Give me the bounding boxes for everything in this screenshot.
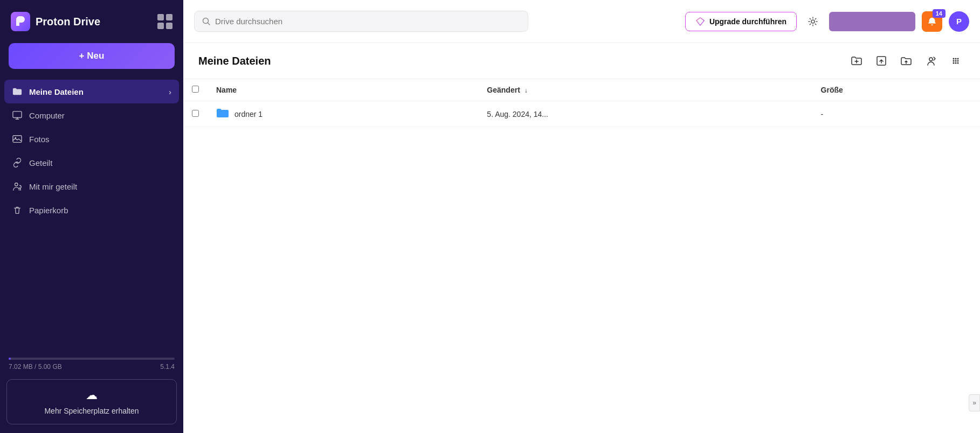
sidebar-item-trash[interactable]: Papierkorb: [4, 198, 179, 222]
select-all-checkbox[interactable]: [192, 86, 199, 93]
link-icon: [12, 157, 23, 168]
share-button[interactable]: [922, 52, 940, 70]
upload-file-icon: [875, 55, 887, 67]
table-row[interactable]: ordner 1 5. Aug. 2024, 14... -: [183, 101, 980, 127]
row-checkbox[interactable]: [192, 110, 199, 117]
svg-point-11: [955, 58, 957, 60]
svg-point-9: [929, 58, 933, 61]
svg-point-13: [953, 60, 955, 62]
svg-point-4: [15, 183, 18, 186]
svg-marker-6: [696, 17, 704, 25]
content-header: Meine Dateien: [183, 43, 980, 79]
svg-point-16: [953, 62, 955, 64]
upgrade-storage-label: Mehr Speicherplatz erhalten: [44, 407, 139, 415]
select-all-header[interactable]: [183, 79, 208, 101]
table-header-row: Name Geändert ↓ Größe: [183, 79, 980, 101]
new-folder-button[interactable]: [847, 52, 866, 70]
cloud-icon: ☁: [86, 388, 98, 402]
upload-folder-icon: [900, 55, 912, 67]
toolbar-actions: [847, 52, 965, 70]
trash-icon: [12, 205, 23, 215]
svg-point-12: [957, 58, 959, 60]
expand-panel-button[interactable]: »: [969, 394, 980, 411]
file-size-cell: -: [812, 101, 980, 127]
upload-folder-button[interactable]: [897, 52, 915, 70]
sidebar: Proton Drive + Neu Meine Dateien › C: [0, 0, 183, 433]
username-blurred: [829, 12, 915, 31]
storage-used-label: 7.02 MB / 5.00 GB: [9, 363, 62, 371]
chevron-right-double-icon: »: [972, 399, 976, 407]
gear-icon: [808, 16, 818, 27]
file-name-cell: ordner 1: [208, 101, 478, 127]
new-folder-icon: [851, 55, 862, 67]
svg-point-7: [811, 20, 815, 23]
search-input[interactable]: [215, 17, 520, 26]
sidebar-item-photos[interactable]: Fotos: [4, 127, 179, 151]
settings-button[interactable]: [803, 12, 823, 31]
page-title: Meine Dateien: [198, 55, 271, 67]
notification-area: 14: [922, 11, 942, 32]
sidebar-header: Proton Drive: [0, 0, 183, 43]
proton-logo-icon: [11, 12, 30, 31]
svg-point-18: [957, 62, 959, 64]
modified-column-header[interactable]: Geändert ↓: [478, 79, 812, 101]
more-options-button[interactable]: [947, 52, 965, 70]
dots-grid-icon: [950, 55, 962, 67]
file-modified-cell: 5. Aug. 2024, 14...: [478, 101, 812, 127]
notification-badge-count: 14: [933, 9, 946, 18]
sidebar-item-photos-label: Fotos: [29, 135, 50, 144]
storage-bar-fill: [9, 358, 11, 360]
image-icon: [12, 134, 23, 144]
search-icon: [202, 17, 211, 26]
upgrade-button-label: Upgrade durchführen: [709, 17, 786, 26]
users-icon: [12, 181, 23, 192]
storage-info: 7.02 MB / 5.00 GB 5.1.4: [9, 363, 175, 371]
content-area: Meine Dateien: [183, 43, 980, 433]
file-table: Name Geändert ↓ Größe: [183, 79, 980, 127]
apps-grid-icon[interactable]: [157, 14, 172, 29]
file-name: ordner 1: [234, 110, 263, 118]
logo-area: Proton Drive: [11, 12, 100, 31]
chevron-right-icon: ›: [169, 87, 171, 96]
upload-file-button[interactable]: [872, 52, 891, 70]
svg-point-15: [957, 60, 959, 62]
diamond-icon: [695, 17, 705, 26]
folder-icon: [12, 86, 23, 97]
new-button[interactable]: + Neu: [9, 43, 175, 69]
name-column-header[interactable]: Name: [208, 79, 478, 101]
svg-point-14: [955, 60, 957, 62]
main-content: Upgrade durchführen 14: [183, 0, 980, 433]
sidebar-item-shared-with-me-label: Mit mir geteilt: [29, 182, 77, 191]
svg-point-10: [953, 58, 955, 60]
nav-list: Meine Dateien › Computer Fotos: [0, 78, 183, 351]
sidebar-item-my-files-label: Meine Dateien: [29, 87, 84, 96]
svg-rect-1: [13, 111, 22, 118]
avatar[interactable]: P: [949, 11, 969, 32]
svg-point-17: [955, 62, 957, 64]
sidebar-item-computer-label: Computer: [29, 111, 65, 120]
upgrade-button[interactable]: Upgrade durchführen: [685, 12, 797, 31]
folder-type-icon: [216, 108, 229, 120]
search-box[interactable]: [194, 11, 528, 32]
size-column-header[interactable]: Größe: [812, 79, 980, 101]
sidebar-item-my-files[interactable]: Meine Dateien ›: [4, 80, 179, 103]
sidebar-item-shared[interactable]: Geteilt: [4, 151, 179, 174]
app-title: Proton Drive: [36, 16, 100, 28]
topbar-right: Upgrade durchführen 14: [685, 11, 969, 32]
bell-icon: [927, 17, 937, 26]
sidebar-item-shared-with-me[interactable]: Mit mir geteilt: [4, 174, 179, 198]
topbar: Upgrade durchführen 14: [183, 0, 980, 43]
row-checkbox-cell[interactable]: [183, 101, 208, 127]
storage-bar-background: [9, 358, 175, 360]
sidebar-item-shared-label: Geteilt: [29, 158, 52, 167]
monitor-icon: [12, 110, 23, 121]
upgrade-storage-card[interactable]: ☁ Mehr Speicherplatz erhalten: [6, 379, 177, 424]
sort-desc-arrow: ↓: [524, 87, 528, 94]
storage-section: 7.02 MB / 5.00 GB 5.1.4: [0, 351, 183, 375]
sidebar-item-computer[interactable]: Computer: [4, 103, 179, 127]
app-version: 5.1.4: [160, 363, 175, 371]
share-icon: [925, 55, 937, 67]
sidebar-item-trash-label: Papierkorb: [29, 206, 68, 215]
